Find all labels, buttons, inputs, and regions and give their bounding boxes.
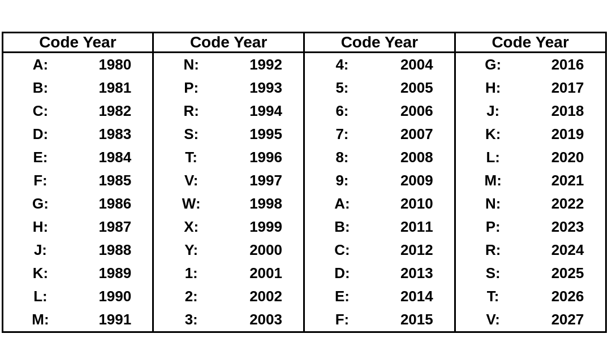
year-cell-1-10: 2002 [228, 285, 303, 308]
table-row: C:1982 [3, 99, 153, 123]
table-row: T:2026 [456, 285, 605, 308]
year-cell-3-10: 2026 [531, 285, 605, 308]
year-cell-1-6: 1998 [228, 192, 303, 215]
year-cell-1-11: 2003 [228, 308, 303, 331]
inner-table-0: A:1980B:1981C:1982D:1983E:1984F:1985G:19… [3, 53, 153, 331]
code-cell-1-8: Y: [154, 239, 228, 262]
year-cell-1-7: 1999 [228, 215, 303, 239]
column-header-3: Code Year [455, 32, 606, 52]
year-cell-0-1: 1981 [77, 76, 152, 99]
code-cell-2-9: D: [305, 262, 380, 285]
code-cell-2-10: E: [305, 285, 380, 308]
year-cell-3-3: 2019 [531, 123, 605, 146]
code-cell-0-7: H: [3, 215, 78, 239]
code-cell-2-6: A: [305, 192, 380, 215]
code-cell-2-7: B: [305, 215, 380, 239]
table-row: T:1996 [154, 146, 303, 169]
table-row: E:1984 [3, 146, 153, 169]
code-cell-2-1: 5: [305, 76, 380, 99]
year-cell-0-2: 1982 [77, 99, 152, 123]
year-cell-1-2: 1994 [228, 99, 303, 123]
code-cell-2-0: 4: [305, 53, 380, 76]
column-data-2: 4:20045:20056:20067:20078:20089:2009A:20… [304, 52, 455, 332]
code-cell-2-2: 6: [305, 99, 380, 123]
year-cell-3-11: 2027 [531, 308, 605, 331]
year-cell-2-10: 2014 [380, 285, 454, 308]
code-cell-2-4: 8: [305, 146, 380, 169]
year-cell-0-10: 1990 [77, 285, 152, 308]
year-cell-3-1: 2017 [531, 76, 605, 99]
table-row: F:2015 [305, 308, 454, 331]
year-cell-0-9: 1989 [77, 262, 152, 285]
year-cell-2-7: 2011 [380, 215, 454, 239]
table-row: A:2010 [305, 192, 454, 215]
main-table: Code YearCode YearCode YearCode Year A:1… [2, 32, 607, 333]
table-row: G:1986 [3, 192, 153, 215]
code-cell-1-3: S: [154, 123, 228, 146]
code-cell-0-2: C: [3, 99, 78, 123]
year-cell-3-7: 2023 [531, 215, 605, 239]
table-row: V:1997 [154, 169, 303, 192]
table-row: F:1985 [3, 169, 153, 192]
table-row: 6:2006 [305, 99, 454, 123]
year-cell-0-6: 1986 [77, 192, 152, 215]
code-cell-1-10: 2: [154, 285, 228, 308]
table-row: 3:2003 [154, 308, 303, 331]
table-row: 1:2001 [154, 262, 303, 285]
year-cell-2-2: 2006 [380, 99, 454, 123]
code-cell-3-8: R: [456, 239, 531, 262]
code-cell-1-6: W: [154, 192, 228, 215]
year-cell-0-3: 1983 [77, 123, 152, 146]
year-cell-3-2: 2018 [531, 99, 605, 123]
year-cell-1-0: 1992 [228, 53, 303, 76]
year-cell-1-1: 1993 [228, 76, 303, 99]
code-cell-3-4: L: [456, 146, 531, 169]
code-cell-2-3: 7: [305, 123, 380, 146]
code-cell-1-9: 1: [154, 262, 228, 285]
year-cell-2-11: 2015 [380, 308, 454, 331]
year-cell-1-3: 1995 [228, 123, 303, 146]
year-cell-3-6: 2022 [531, 192, 605, 215]
table-row: D:1983 [3, 123, 153, 146]
code-cell-1-4: T: [154, 146, 228, 169]
table-row: D:2013 [305, 262, 454, 285]
code-cell-0-10: L: [3, 285, 78, 308]
code-cell-3-11: V: [456, 308, 531, 331]
table-row: P:1993 [154, 76, 303, 99]
code-cell-0-3: D: [3, 123, 78, 146]
code-cell-3-5: M: [456, 169, 531, 192]
table-row: B:1981 [3, 76, 153, 99]
code-cell-0-4: E: [3, 146, 78, 169]
table-row: J:1988 [3, 239, 153, 262]
year-cell-0-7: 1987 [77, 215, 152, 239]
inner-table-1: N:1992P:1993R:1994S:1995T:1996V:1997W:19… [154, 53, 303, 331]
column-header-0: Code Year [2, 32, 153, 52]
year-cell-3-5: 2021 [531, 169, 605, 192]
table-row: 7:2007 [305, 123, 454, 146]
table-row: X:1999 [154, 215, 303, 239]
table-row: S:2025 [456, 262, 605, 285]
year-cell-1-5: 1997 [228, 169, 303, 192]
year-cell-1-4: 1996 [228, 146, 303, 169]
table-row: H:2017 [456, 76, 605, 99]
table-row: 9:2009 [305, 169, 454, 192]
code-cell-3-0: G: [456, 53, 531, 76]
table-row: V:2027 [456, 308, 605, 331]
code-cell-1-1: P: [154, 76, 228, 99]
inner-table-3: G:2016H:2017J:2018K:2019L:2020M:2021N:20… [456, 53, 605, 331]
code-cell-1-11: 3: [154, 308, 228, 331]
column-header-1: Code Year [153, 32, 304, 52]
table-row: S:1995 [154, 123, 303, 146]
year-cell-3-4: 2020 [531, 146, 605, 169]
table-row: B:2011 [305, 215, 454, 239]
code-cell-3-6: N: [456, 192, 531, 215]
column-data-1: N:1992P:1993R:1994S:1995T:1996V:1997W:19… [153, 52, 304, 332]
year-cell-1-9: 2001 [228, 262, 303, 285]
column-data-0: A:1980B:1981C:1982D:1983E:1984F:1985G:19… [2, 52, 153, 332]
year-cell-2-1: 2005 [380, 76, 454, 99]
table-row: K:2019 [456, 123, 605, 146]
code-cell-2-11: F: [305, 308, 380, 331]
year-cell-2-3: 2007 [380, 123, 454, 146]
code-cell-1-7: X: [154, 215, 228, 239]
inner-table-2: 4:20045:20056:20067:20078:20089:2009A:20… [305, 53, 454, 331]
